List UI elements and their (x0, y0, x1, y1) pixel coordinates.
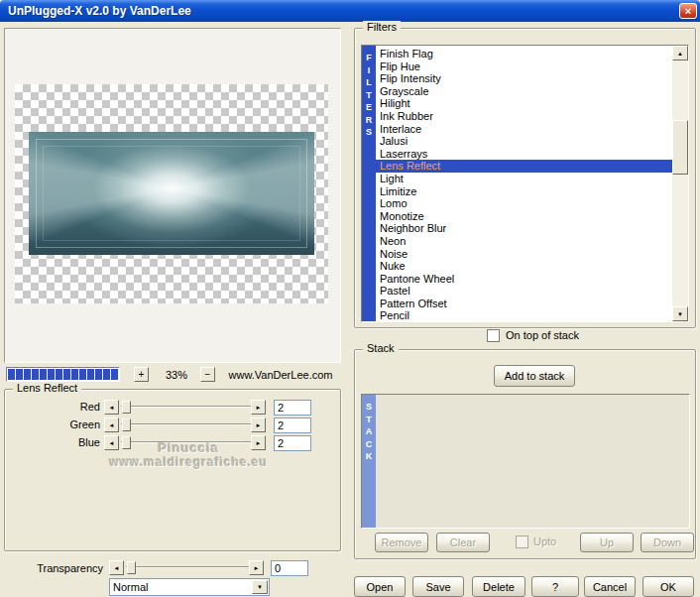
preview-panel (4, 28, 341, 363)
transparency-label: Transparency (8, 561, 103, 576)
filter-list-item[interactable]: Pastel (376, 285, 672, 298)
watermark-line1: Pinuccia (94, 440, 283, 455)
left-arrow-icon: ◄ (109, 422, 115, 428)
red-slider-thumb[interactable] (122, 401, 131, 414)
filter-list-item[interactable]: Lomo (376, 197, 672, 210)
scroll-up-button[interactable]: ▲ (672, 46, 688, 60)
on-top-of-stack-checkbox[interactable] (487, 329, 500, 342)
stack-group-title: Stack (363, 342, 399, 354)
preview-image (29, 132, 314, 255)
zoom-progress-segment (40, 369, 47, 380)
filter-list-item[interactable]: Grayscale (376, 85, 672, 98)
delete-button[interactable]: Delete (472, 576, 525, 597)
preview-canvas[interactable] (15, 84, 328, 303)
filter-list-item[interactable]: Monotize (376, 210, 672, 223)
zoom-out-button[interactable]: − (200, 367, 215, 382)
lens-reflect-frame-inner (43, 146, 300, 241)
filter-list-item[interactable]: Nuke (376, 260, 672, 273)
stack-list[interactable] (376, 395, 689, 528)
green-slider-right-arrow[interactable]: ► (251, 418, 266, 432)
zoom-progress-segment (48, 369, 55, 380)
red-slider-label: Red (17, 400, 100, 415)
filters-group: Filters F I L T E R S Finish FlagFlip Hu… (354, 28, 696, 328)
scroll-thumb[interactable] (672, 120, 688, 175)
transparency-right-arrow[interactable]: ► (249, 560, 264, 575)
zoom-progress-segment (32, 369, 39, 380)
down-arrow-icon: ▼ (677, 311, 683, 317)
blend-mode-value: Normal (113, 580, 148, 594)
filter-list-item[interactable]: Noise (376, 248, 672, 261)
red-slider-left-arrow[interactable]: ◄ (104, 400, 119, 415)
save-button[interactable]: Save (412, 576, 464, 597)
scroll-track[interactable] (672, 60, 688, 306)
zoom-in-button[interactable]: + (134, 367, 149, 382)
remove-button[interactable]: Remove (375, 533, 428, 552)
close-button[interactable]: × (679, 3, 697, 19)
help-button[interactable]: ? (531, 576, 579, 597)
green-slider-thumb[interactable] (122, 418, 131, 431)
ok-button[interactable]: OK (642, 576, 694, 597)
watermark-line2: www.maldiregrafiche.eu (94, 455, 283, 469)
filter-list-scrollbar[interactable]: ▲ ▼ (672, 46, 688, 321)
open-button[interactable]: Open (354, 576, 406, 597)
watermark: Pinuccia www.maldiregrafiche.eu (94, 440, 283, 469)
up-arrow-icon: ▲ (677, 51, 683, 57)
green-value-input[interactable] (274, 418, 311, 433)
cancel-button[interactable]: Cancel (584, 576, 636, 597)
filter-list-item[interactable]: Neon (376, 235, 672, 248)
zoom-progress-segment (87, 369, 94, 380)
blend-mode-combo[interactable]: Normal ▼ (109, 578, 270, 596)
filter-list-item[interactable]: Lens Reflect (376, 160, 672, 173)
upto-checkbox[interactable] (516, 536, 528, 548)
zoom-level: 33% (155, 369, 198, 381)
filter-list-item[interactable]: Pantone Wheel (376, 273, 672, 286)
red-slider-track[interactable] (121, 400, 251, 415)
lens-reflect-group-title: Lens Reflect (13, 382, 81, 394)
filter-list-item[interactable]: Limitize (376, 185, 672, 198)
red-slider-row: Red ◄ ► (5, 400, 340, 416)
green-slider-track[interactable] (121, 418, 251, 432)
filter-list-item[interactable]: Laserrays (376, 148, 672, 161)
titlebar[interactable]: UnPlugged-X v2.0 by VanDerLee × (0, 0, 700, 22)
transparency-track[interactable] (126, 560, 249, 575)
down-button[interactable]: Down (641, 533, 694, 552)
close-icon: × (685, 5, 691, 17)
filter-list-item[interactable]: Interlace (376, 123, 672, 136)
right-arrow-icon: ► (256, 422, 262, 428)
filter-list-item[interactable]: Ink Rubber (376, 110, 672, 123)
stack-list-panel: S T A C K (361, 394, 690, 529)
filter-list-item[interactable]: Finish Flag (376, 48, 672, 60)
filter-list-item[interactable]: Neighbor Blur (376, 222, 672, 235)
zoom-progress-segment (56, 369, 62, 380)
on-top-of-stack-label: On top of stack (506, 329, 579, 342)
scroll-down-button[interactable]: ▼ (672, 306, 688, 321)
red-value-input[interactable] (274, 400, 311, 416)
filters-vertical-label: F I L T E R S (362, 46, 376, 321)
add-to-stack-button[interactable]: Add to stack (494, 365, 575, 387)
filter-list-item[interactable]: Pencil (376, 309, 672, 321)
right-arrow-icon: ► (254, 565, 260, 571)
chevron-down-icon: ▼ (257, 584, 263, 590)
zoom-progress-segment (63, 369, 70, 380)
filter-list-item[interactable]: Jalusi (376, 135, 672, 148)
up-button[interactable]: Up (580, 533, 634, 552)
green-slider-left-arrow[interactable]: ◄ (104, 418, 119, 432)
filter-list-item[interactable]: Flip Intensity (376, 72, 672, 85)
stack-group: Stack Add to stack S T A C K Remove Clea… (354, 349, 696, 559)
filter-list[interactable]: Finish FlagFlip HueFlip IntensityGraysca… (376, 46, 672, 321)
filter-list-item[interactable]: Flip Hue (376, 60, 672, 73)
filter-list-item[interactable]: Light (376, 173, 672, 185)
left-arrow-icon: ◄ (114, 565, 120, 571)
filter-list-control: F I L T E R S Finish FlagFlip HueFlip In… (361, 45, 689, 322)
zoom-progress-segment (8, 369, 15, 380)
zoom-progress-segment (111, 369, 118, 380)
window-title: UnPlugged-X v2.0 by VanDerLee (0, 4, 191, 18)
filter-list-item[interactable]: Hilight (376, 97, 672, 110)
combo-dropdown-button[interactable]: ▼ (252, 580, 268, 594)
clear-button[interactable]: Clear (436, 533, 490, 552)
red-slider-right-arrow[interactable]: ► (251, 400, 266, 415)
transparency-value-input[interactable] (271, 560, 308, 576)
filter-list-item[interactable]: Pattern Offset (376, 298, 672, 310)
transparency-left-arrow[interactable]: ◄ (109, 560, 124, 575)
transparency-thumb[interactable] (127, 561, 136, 574)
